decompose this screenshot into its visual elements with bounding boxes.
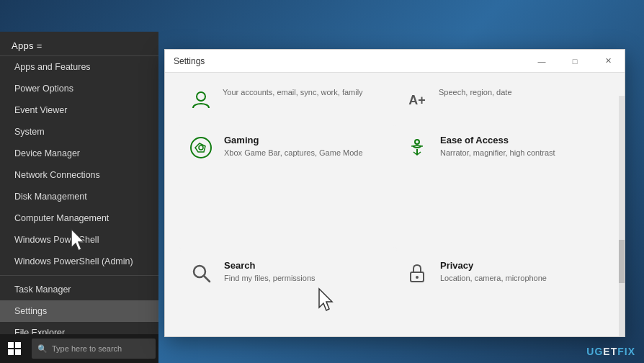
language-text: Speech, region, date (439, 87, 601, 98)
search-title: Search (224, 260, 385, 271)
accounts-icon (188, 87, 214, 113)
ease-desc: Narrator, magnifier, high contrast (440, 148, 601, 158)
scrollbar-thumb[interactable] (619, 240, 625, 283)
start-menu-header: Apps = (0, 32, 158, 56)
svg-point-8 (415, 140, 419, 144)
menu-item-power-options[interactable]: Power Options (0, 78, 158, 99)
svg-point-12 (416, 276, 419, 279)
start-menu-items: Apps and Features Power Options Event Vi… (0, 56, 158, 363)
svg-rect-2 (8, 349, 14, 355)
search-placeholder: Type here to search (52, 344, 122, 353)
privacy-text: Privacy Location, camera, microphone (440, 260, 601, 284)
scrollbar[interactable] (619, 96, 625, 336)
menu-item-powershell[interactable]: Windows PowerShell (0, 229, 158, 251)
window-titlebar: Settings — □ ✕ (165, 50, 625, 73)
ease-of-access-icon (404, 135, 430, 161)
svg-point-6 (191, 138, 211, 158)
settings-item-search[interactable]: Search Find my files, permissions (179, 250, 394, 336)
menu-item-apps-features[interactable]: Apps and Features (0, 56, 158, 78)
menu-item-device-manager[interactable]: Device Manager (0, 143, 158, 164)
watermark-g: G (594, 346, 603, 357)
window-title: Settings (174, 56, 205, 66)
settings-top-row: Your accounts, email, sync, work, family… (179, 80, 610, 123)
accounts-desc: Your accounts, email, sync, work, family (223, 87, 385, 98)
menu-item-disk-management[interactable]: Disk Management (0, 186, 158, 207)
settings-window: Settings — □ ✕ Your account (164, 49, 625, 337)
ease-title: Ease of Access (440, 135, 601, 145)
accounts-text: Your accounts, email, sync, work, family (223, 87, 385, 98)
settings-item-ease-of-access[interactable]: Ease of Access Narrator, magnifier, high… (395, 125, 610, 248)
menu-item-system[interactable]: System (0, 121, 158, 143)
privacy-title: Privacy (440, 260, 601, 271)
settings-item-gaming[interactable]: Gaming Xbox Game Bar, captures, Game Mod… (179, 125, 394, 248)
watermark: UGETFIX (586, 346, 635, 357)
windows-logo-icon (8, 342, 21, 355)
menu-item-settings[interactable]: Settings (0, 300, 158, 322)
watermark-et: ET (603, 346, 617, 357)
maximize-button[interactable]: □ (558, 50, 591, 73)
privacy-desc: Location, camera, microphone (440, 273, 601, 284)
watermark-fix: FIX (617, 346, 635, 357)
language-desc: Speech, region, date (439, 87, 601, 98)
menu-item-event-viewer[interactable]: Event Viewer (0, 99, 158, 121)
settings-item-language-partial[interactable]: A+ Speech, region, date (395, 80, 610, 123)
settings-content: Your accounts, email, sync, work, family… (165, 73, 625, 336)
menu-item-computer-management[interactable]: Computer Management (0, 207, 158, 229)
svg-point-7 (199, 145, 203, 150)
settings-item-accounts-partial[interactable]: Your accounts, email, sync, work, family (179, 80, 394, 123)
search-settings-icon (188, 260, 214, 286)
menu-item-task-manager[interactable]: Task Manager (0, 279, 158, 300)
watermark-u: U (586, 346, 594, 357)
svg-line-10 (204, 276, 210, 282)
privacy-icon (404, 260, 430, 286)
close-button[interactable]: ✕ (591, 50, 625, 73)
taskbar: 🔍 Type here to search (0, 334, 158, 363)
menu-divider-1 (0, 275, 158, 276)
gaming-text: Gaming Xbox Game Bar, captures, Game Mod… (224, 135, 385, 158)
menu-item-powershell-admin[interactable]: Windows PowerShell (Admin) (0, 251, 158, 272)
search-icon: 🔍 (37, 344, 48, 354)
start-button[interactable] (0, 334, 29, 363)
minimize-button[interactable]: — (525, 50, 558, 73)
language-icon: A+ (404, 87, 430, 113)
taskbar-search-box[interactable]: 🔍 Type here to search (32, 339, 156, 359)
settings-grid: Gaming Xbox Game Bar, captures, Game Mod… (179, 125, 610, 336)
window-controls: — □ ✕ (525, 50, 625, 73)
svg-rect-1 (15, 342, 21, 348)
gaming-title: Gaming (224, 135, 385, 145)
menu-item-network-connections[interactable]: Network Connections (0, 164, 158, 186)
apps-label: Apps = (12, 40, 43, 51)
settings-item-privacy[interactable]: Privacy Location, camera, microphone (395, 250, 610, 336)
gaming-icon (188, 135, 214, 161)
search-text: Search Find my files, permissions (224, 260, 385, 284)
svg-point-5 (197, 92, 205, 101)
desktop: Apps = Apps and Features Power Options E… (0, 0, 644, 363)
gaming-desc: Xbox Game Bar, captures, Game Mode (224, 148, 385, 158)
search-desc: Find my files, permissions (224, 273, 385, 284)
svg-rect-3 (15, 349, 21, 355)
svg-rect-0 (8, 342, 14, 348)
start-menu: Apps = Apps and Features Power Options E… (0, 32, 158, 363)
ease-text: Ease of Access Narrator, magnifier, high… (440, 135, 601, 158)
